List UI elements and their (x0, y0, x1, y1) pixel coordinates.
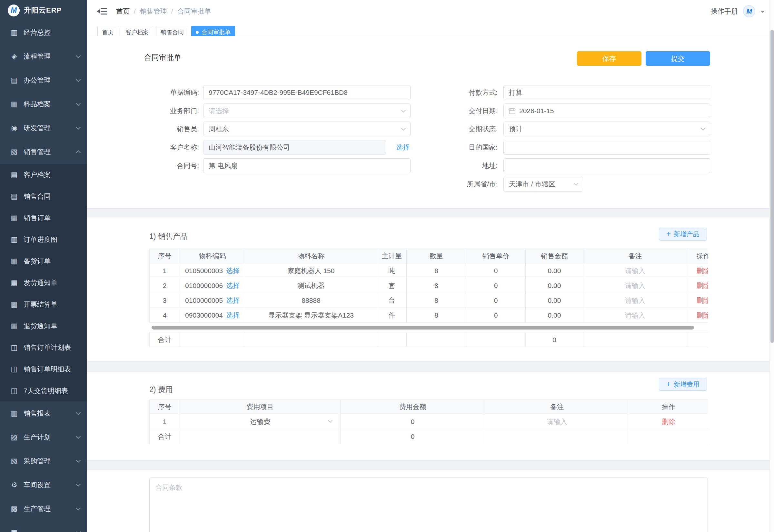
note-cell[interactable]: 请输入 (583, 278, 687, 293)
table-header-row: 序号 费用项目 费用金额 备注 操作 (150, 400, 708, 414)
fee-item-select[interactable]: 运输费 (180, 414, 341, 429)
add-fee-button[interactable]: + 新增费用 (659, 378, 707, 391)
sidebar-subitem-7day-delivery-sheet[interactable]: ◫ 7天交货明细表 (0, 380, 87, 401)
field-label: 目的国家: (414, 143, 503, 152)
sidebar-item-purchase[interactable]: ▧ 采购管理 (0, 449, 87, 473)
payment-method-input[interactable] (503, 85, 710, 100)
table-icon: ▦ (10, 214, 19, 222)
delete-row-link[interactable]: 删除 (697, 311, 708, 319)
sidebar-item-partial[interactable]: ▦ (0, 521, 87, 532)
select-material-link[interactable]: 选择 (226, 311, 240, 319)
delete-row-link[interactable]: 删除 (697, 297, 708, 304)
sidebar-item-rnd[interactable]: ◉ 研发管理 (0, 116, 87, 140)
summary-amount: 0 (526, 332, 583, 347)
section-title-fees: 2) 费用 (149, 385, 173, 395)
horizontal-scrollbar-thumb[interactable] (152, 326, 694, 330)
salesperson-select[interactable]: 周桂东 (203, 122, 411, 136)
topbar-right: 操作手册 M (711, 5, 765, 17)
business-dept-select[interactable]: 请选择 (203, 103, 411, 118)
sidebar-subitem-customer-file[interactable]: ▤ 客户档案 (0, 164, 87, 185)
sidebar-item-workflow[interactable]: ◈ 流程管理 (0, 44, 87, 68)
select-material-link[interactable]: 选择 (226, 297, 240, 304)
hamburger-icon[interactable] (97, 7, 107, 16)
province-city-select[interactable]: 天津市 / 市辖区 (503, 177, 583, 192)
delete-row-link[interactable]: 删除 (697, 282, 708, 289)
gear-icon: ⚙ (10, 481, 19, 489)
delivery-date-picker[interactable]: 2026-01-15 (503, 103, 710, 118)
note-cell[interactable]: 请输入 (583, 293, 687, 308)
horizontal-scrollbar (149, 326, 708, 330)
select-material-link[interactable]: 选择 (226, 282, 240, 289)
app-name: 升阳云ERP (24, 5, 62, 15)
destination-country-input[interactable] (503, 140, 710, 155)
chevron-down-icon (76, 506, 81, 511)
sidebar-subitem-sales-order[interactable]: ▦ 销售订单 (0, 207, 87, 229)
table-row: 1 0105000003选择 家庭机器人 150 吨 8 0 0.00 请输入 … (150, 263, 708, 278)
chevron-down-icon (76, 458, 81, 463)
products-table-wrap: 序号 物料编码 物料名称 主计量 数量 销售单价 销售金额 备注 操作 1 01… (149, 249, 708, 323)
sidebar-subitem-order-plan-sheet[interactable]: ◫ 销售订单计划表 (0, 337, 87, 358)
breadcrumb-separator: / (134, 7, 136, 15)
sidebar-subitem-return-notice[interactable]: ▦ 退货通知单 (0, 315, 87, 337)
field-label: 付款方式: (414, 88, 503, 97)
note-cell[interactable]: 请输入 (583, 308, 687, 323)
delete-row-link[interactable]: 删除 (697, 267, 708, 274)
breadcrumb: 首页 / 销售管理 / 合同审批单 (116, 7, 211, 16)
note-cell[interactable]: 请输入 (583, 263, 687, 278)
report-icon: ▥ (10, 409, 19, 418)
avatar[interactable]: M (743, 5, 755, 17)
materials-icon: ▦ (10, 100, 19, 108)
sidebar-subitem-delivery-notice[interactable]: ▦ 发货通知单 (0, 272, 87, 293)
address-input[interactable] (503, 158, 710, 173)
table-icon: ▦ (10, 322, 19, 330)
submit-button[interactable]: 提交 (646, 51, 710, 66)
sidebar-subitem-stock-order[interactable]: ▦ 备货订单 (0, 250, 87, 272)
sidebar-subitem-sales-contract[interactable]: ▤ 销售合同 (0, 185, 87, 207)
contract-terms-textarea[interactable] (149, 478, 708, 532)
module-icon: ▦ (10, 528, 19, 532)
sidebar-item-workshop-settings[interactable]: ⚙ 车间设置 (0, 473, 87, 497)
plus-icon: + (666, 230, 671, 238)
chevron-down-icon (701, 126, 705, 130)
form-row: 付款方式: (414, 85, 710, 100)
chevron-down-icon (76, 53, 81, 58)
calendar-icon (509, 108, 515, 114)
sidebar-item-production-plan[interactable]: ▨ 生产计划 (0, 425, 87, 449)
contract-form-card: 合同审批单 保存 提交 单据编码: 业务部门: 请选择 销售员: 周桂东 客户名… (87, 36, 769, 208)
delivery-status-select[interactable]: 预计 (503, 122, 710, 136)
doc-code-input[interactable] (203, 85, 411, 100)
sidebar-subitem-invoice-settlement[interactable]: ▦ 开票结算单 (0, 293, 87, 315)
terms-section-card (87, 470, 769, 532)
select-customer-link[interactable]: 选择 (396, 143, 410, 152)
save-button[interactable]: 保存 (577, 51, 641, 66)
breadcrumb-sales-management[interactable]: 销售管理 (140, 7, 167, 16)
vertical-scrollbar (769, 0, 774, 532)
sidebar-item-dashboard[interactable]: ▥ 经营总控 (0, 21, 87, 44)
chevron-down-icon (328, 418, 332, 423)
select-material-link[interactable]: 选择 (226, 267, 240, 274)
sidebar-item-office[interactable]: ▤ 办公管理 (0, 68, 87, 92)
form-row: 销售员: 周桂东 (120, 122, 411, 136)
sidebar-item-materials[interactable]: ▦ 料品档案 (0, 92, 87, 116)
sidebar-subitem-order-progress[interactable]: ▥ 订单进度图 (0, 229, 87, 250)
delete-row-link[interactable]: 删除 (662, 418, 675, 425)
fees-table: 序号 费用项目 费用金额 备注 操作 1 运输费 0 请输入 删除 (149, 399, 708, 444)
note-cell[interactable]: 请输入 (485, 414, 629, 429)
sidebar-item-production[interactable]: ▩ 生产管理 (0, 497, 87, 521)
table-header-row: 序号 物料编码 物料名称 主计量 数量 销售单价 销售金额 备注 操作 (150, 249, 708, 263)
contract-no-input[interactable] (203, 158, 411, 173)
sidebar-item-sales[interactable]: ▧ 销售管理 (0, 140, 87, 164)
manual-link[interactable]: 操作手册 (711, 7, 738, 16)
summary-label: 合计 (150, 332, 180, 347)
sidebar-subitem-order-detail-sheet[interactable]: ◫ 销售订单明细表 (0, 358, 87, 380)
doc-icon: ▤ (10, 192, 19, 201)
caret-down-icon[interactable] (760, 11, 765, 15)
add-product-button[interactable]: + 新增产品 (659, 228, 707, 241)
top-bar: 首页 / 销售管理 / 合同审批单 操作手册 M (87, 0, 774, 23)
main-area: 首页 / 销售管理 / 合同审批单 操作手册 M 首页 客户档案 销售合同 合同… (87, 0, 774, 532)
breadcrumb-home[interactable]: 首页 (116, 7, 130, 16)
form-row: 目的国家: (414, 140, 710, 155)
fees-section-card: 2) 费用 + 新增费用 序号 费用项目 费用金额 备注 操作 1 (87, 372, 769, 460)
vertical-scrollbar-thumb[interactable] (770, 30, 774, 343)
sidebar-item-sales-report[interactable]: ▥ 销售报表 (0, 401, 87, 425)
